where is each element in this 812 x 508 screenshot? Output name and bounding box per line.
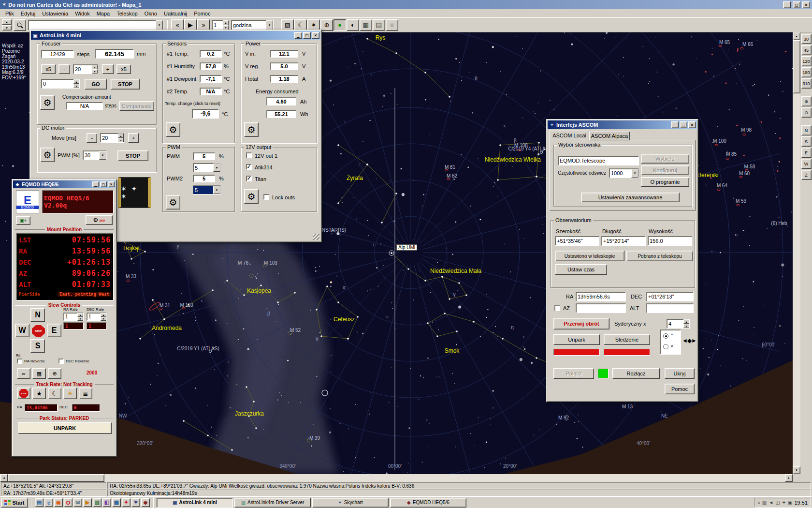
tab-ascom-alpaca[interactable]: ASCOM Alpaca xyxy=(589,132,630,140)
track-lunar-button[interactable]: ☾ xyxy=(48,388,61,399)
look-e-button[interactable]: E xyxy=(801,148,812,158)
search-button[interactable] xyxy=(14,19,26,31)
object-label[interactable]: M 53 xyxy=(736,198,746,204)
look-z-button[interactable]: Z xyxy=(801,170,812,180)
time-step-back-button[interactable]: « xyxy=(171,19,184,31)
spin-down-icon[interactable] xyxy=(77,317,83,321)
twilight-button[interactable]: ☾ xyxy=(294,19,307,31)
object-label[interactable]: M 52 xyxy=(290,328,301,333)
spin-down-icon[interactable] xyxy=(683,324,689,328)
object-label[interactable]: M 82 xyxy=(447,173,457,179)
focuser-goto-value[interactable]: 0 xyxy=(42,79,73,88)
minimize-button[interactable]: _ xyxy=(294,32,302,39)
menu-item-5[interactable]: Teleskop xyxy=(113,10,141,17)
get-from-telescope-button[interactable]: Pobrano z teleskopu xyxy=(626,251,693,261)
temp-change-label[interactable]: Temp. change (click to reset) xyxy=(165,101,220,106)
focuser-step-value[interactable]: 20 xyxy=(73,65,92,74)
disconnect-button[interactable]: Rozłącz xyxy=(612,368,660,379)
maximize-button[interactable]: □ xyxy=(680,121,687,128)
sidereal-value[interactable]: 4 xyxy=(667,319,683,328)
object-label[interactable]: M 60 xyxy=(739,171,750,176)
time-unit-value[interactable]: godzina xyxy=(232,20,266,30)
horizontal-scrollbar[interactable]: ◄ ► xyxy=(0,474,793,482)
menu-item-0[interactable]: Plik xyxy=(2,10,17,17)
spin-down-icon[interactable] xyxy=(92,69,98,74)
minimize-button[interactable]: _ xyxy=(92,181,99,187)
focuser-goto-spinner[interactable]: 0 xyxy=(41,79,80,89)
slew-north-button[interactable]: N xyxy=(30,308,45,322)
mail-icon[interactable]: ✉ xyxy=(73,498,82,507)
field-selection-button[interactable]: ▧ xyxy=(281,19,294,31)
focuser-plus-button[interactable]: + xyxy=(102,64,114,74)
tray-antivirus-icon[interactable]: ✦ xyxy=(782,500,786,505)
object-label[interactable]: M 65 xyxy=(719,40,730,45)
media-player-icon[interactable]: ▶ xyxy=(83,498,92,507)
snapshot-button[interactable]: ▣+ xyxy=(16,216,30,225)
focuser-minus-button[interactable]: - xyxy=(58,64,70,74)
spin-down-icon[interactable] xyxy=(223,25,229,30)
menu-item-8[interactable]: Pomoc xyxy=(190,10,214,17)
ascom-titlebar[interactable]: ⌖ Interfejs ASCOM _ □ × xyxy=(548,120,697,129)
image-viewer-icon[interactable]: ◧ xyxy=(102,498,111,507)
object-label[interactable]: M 92 xyxy=(558,415,569,420)
tray-volume-icon[interactable]: ◄ xyxy=(768,500,773,505)
configure-driver-button[interactable]: Konfiguruj xyxy=(641,165,689,175)
scroll-down-button[interactable]: ▼ xyxy=(793,466,800,474)
internet-explorer-icon[interactable]: e xyxy=(44,498,53,507)
astrolink-titlebar[interactable]: ▣ AstroLink 4 mini _ □ × xyxy=(31,31,320,40)
sensors-settings-button[interactable]: ⚙ xyxy=(166,122,180,137)
telescope-panel-button[interactable]: ● xyxy=(334,19,346,31)
look-w-button[interactable]: W xyxy=(801,159,812,169)
look-n-button[interactable]: N xyxy=(801,125,812,135)
close-button[interactable]: × xyxy=(688,121,696,128)
task-astrolink-driver[interactable]: ▥AstroLink4m Driver Server xyxy=(234,498,311,508)
help-button[interactable]: Pomoc xyxy=(665,384,695,394)
latitude-field[interactable]: +51°35'46" xyxy=(555,236,599,246)
pwm1-select[interactable]: 5 xyxy=(193,164,213,172)
alt-field[interactable] xyxy=(646,303,694,313)
fov-45-button[interactable]: 45 xyxy=(801,45,812,55)
dec-rate-spinner[interactable]: 1 xyxy=(87,313,107,321)
zoom-out-button[interactable]: ⊖ xyxy=(801,107,812,118)
spin-up-icon[interactable] xyxy=(118,134,124,138)
vertical-scrollbar[interactable]: ▲ ▼ xyxy=(793,32,800,474)
refresh-rate-value[interactable]: 1000 xyxy=(609,169,631,178)
spin-up-icon[interactable] xyxy=(101,313,106,317)
chevron-down-icon[interactable] xyxy=(99,151,106,160)
eqmod-titlebar[interactable]: ◆ EQMOD HEQ5/6 _ □ × xyxy=(13,180,116,188)
spin-down-icon[interactable] xyxy=(73,84,79,88)
chevron-down-icon[interactable] xyxy=(213,164,220,172)
tray-display-icon[interactable]: ▥ xyxy=(762,500,767,505)
advanced-settings-button[interactable]: Ustawienia zaawansowane xyxy=(581,193,680,202)
slew-down-radio[interactable] xyxy=(663,344,668,349)
grid-toggle-button[interactable]: ▦ xyxy=(360,19,372,31)
ra-reverse-checkbox[interactable] xyxy=(17,359,22,364)
tray-expand-icon[interactable]: « xyxy=(757,500,760,505)
refresh-rate-combo[interactable]: 1000 xyxy=(609,168,639,178)
spin-up-icon[interactable] xyxy=(73,79,79,84)
time-run-button[interactable]: ▶ xyxy=(184,19,197,31)
fov-180-button[interactable]: 180 xyxy=(801,67,812,77)
spin-up-icon[interactable] xyxy=(77,313,83,317)
track-solar-button[interactable]: ☀ xyxy=(63,388,77,399)
more-tools-button[interactable]: ≡ xyxy=(386,19,398,31)
hide-button[interactable]: Ukryj xyxy=(665,368,695,379)
zoom-in-button[interactable]: ⊕ xyxy=(801,96,812,106)
object-label[interactable]: M-58 xyxy=(744,164,755,169)
object-label[interactable]: M 85 xyxy=(726,151,737,157)
pwm2-combo[interactable]: 5 xyxy=(193,185,221,194)
slew-stop-button[interactable]: STOP xyxy=(32,325,45,337)
scroll-left-button[interactable]: ◄ xyxy=(0,474,8,482)
minimize-button[interactable]: _ xyxy=(671,121,679,128)
lockouts-checkbox[interactable] xyxy=(263,194,269,200)
scroll-up-button[interactable]: ▲ xyxy=(793,32,800,40)
look-s-button[interactable]: S xyxy=(801,136,812,147)
object-label[interactable]: M 103 xyxy=(264,260,277,266)
object-label[interactable]: M 31 xyxy=(160,303,170,308)
labels-toggle-button[interactable]: ▤ xyxy=(373,19,385,31)
object-label[interactable]: M 33 xyxy=(126,274,136,279)
azalt-checkbox[interactable] xyxy=(554,305,560,311)
object-label[interactable]: M 76 xyxy=(238,260,248,266)
dc-move-value[interactable]: 20 xyxy=(101,134,118,142)
object-search-combo[interactable] xyxy=(28,20,163,30)
